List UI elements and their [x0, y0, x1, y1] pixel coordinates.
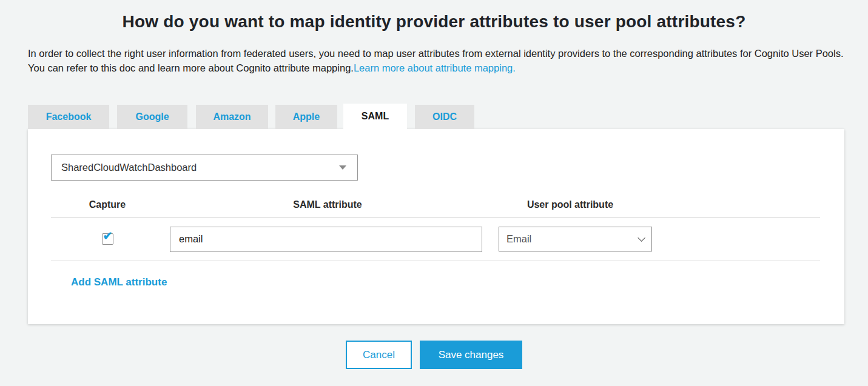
saml-provider-select-value: SharedCloudWatchDashboard — [61, 162, 197, 173]
tab-amazon[interactable]: Amazon — [196, 105, 268, 129]
page-description: In order to collect the right user infor… — [28, 46, 844, 75]
caret-down-icon — [339, 165, 346, 170]
mapping-table-header: Capture SAML attribute User pool attribu… — [51, 193, 820, 217]
identity-provider-tab-bar: Facebook Google Amazon Apple SAML OIDC — [28, 105, 868, 129]
table-divider-bottom — [51, 261, 820, 261]
saml-mapping-panel: SharedCloudWatchDashboard Capture SAML a… — [28, 129, 844, 324]
table-row: ✔ Email — [51, 218, 820, 261]
user-pool-attribute-select-value: Email — [506, 233, 531, 245]
saml-provider-select[interactable]: SharedCloudWatchDashboard — [51, 155, 358, 181]
saml-attribute-cell — [164, 227, 491, 252]
footer-actions: Cancel Save changes — [0, 341, 868, 369]
tab-facebook[interactable]: Facebook — [28, 105, 109, 129]
cancel-button[interactable]: Cancel — [346, 341, 412, 369]
column-header-capture: Capture — [51, 199, 164, 210]
user-pool-attribute-select[interactable]: Email — [499, 227, 652, 251]
tab-google[interactable]: Google — [117, 105, 187, 129]
saml-attribute-input[interactable] — [170, 227, 482, 252]
column-header-user-pool-attribute: User pool attribute — [491, 199, 649, 210]
tab-apple[interactable]: Apple — [275, 105, 337, 129]
checkmark-icon: ✔ — [103, 230, 113, 242]
save-changes-button[interactable]: Save changes — [420, 341, 522, 369]
capture-cell: ✔ — [51, 233, 164, 245]
tab-oidc[interactable]: OIDC — [415, 105, 474, 129]
learn-more-link[interactable]: Learn more about attribute mapping. — [354, 62, 516, 73]
attribute-mapping-page: { "page": { "title": "How do you want to… — [0, 0, 868, 386]
add-saml-attribute-link[interactable]: Add SAML attribute — [71, 276, 167, 288]
page-title: How do you want to map identity provider… — [0, 12, 868, 32]
capture-checkbox[interactable]: ✔ — [102, 233, 113, 245]
tab-saml[interactable]: SAML — [343, 104, 407, 129]
chevron-down-icon — [638, 234, 645, 242]
user-pool-attribute-cell: Email — [491, 227, 649, 251]
column-header-saml-attribute: SAML attribute — [164, 199, 491, 210]
